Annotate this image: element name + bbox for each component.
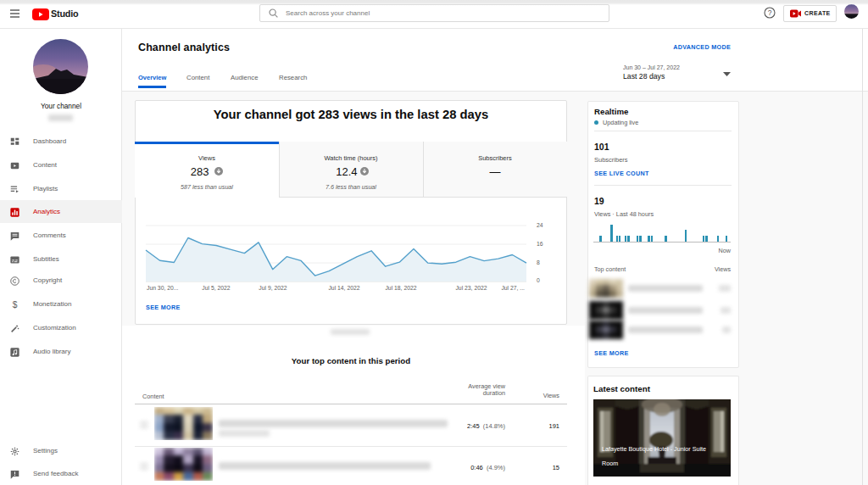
svg-text:$: $ xyxy=(13,300,18,309)
svg-text:?: ? xyxy=(768,8,772,17)
